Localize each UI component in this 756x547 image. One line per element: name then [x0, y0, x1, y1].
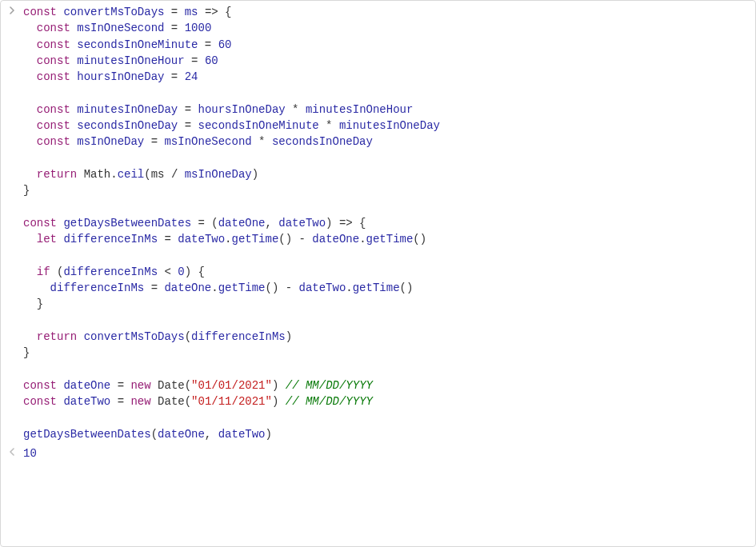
- chevron-right-icon: [1, 4, 23, 14]
- console-output-content: 10: [23, 445, 755, 461]
- code-blank-3: [23, 199, 746, 215]
- console-output-row: 10: [1, 444, 755, 463]
- code-line-16: return convertMsToDays(differenceInMs): [23, 329, 746, 345]
- code-line-13: if (differenceInMs < 0) {: [23, 264, 746, 280]
- code-line-15: }: [23, 296, 746, 312]
- console-input-content: const convertMsToDays = ms => { const ms…: [23, 4, 755, 442]
- code-blank-7: [23, 409, 746, 425]
- code-line-12: let differenceInMs = dateTwo.getTime() -…: [23, 231, 746, 247]
- code-blank-2: [23, 150, 746, 166]
- code-blank-5: [23, 313, 746, 329]
- code-line-2: const msInOneSecond = 1000: [23, 20, 746, 36]
- code-blank-1: [23, 85, 746, 101]
- code-line-1: const convertMsToDays = ms => {: [23, 4, 746, 20]
- code-line-9: return Math.ceil(ms / msInOneDay): [23, 166, 746, 182]
- code-line-3: const secondsInOneMinute = 60: [23, 37, 746, 53]
- code-blank-4: [23, 247, 746, 263]
- code-line-6: const minutesInOneDay = hoursInOneDay * …: [23, 102, 746, 118]
- code-line-8: const msInOneDay = msInOneSecond * secon…: [23, 134, 746, 150]
- console-input-row[interactable]: const convertMsToDays = ms => { const ms…: [1, 2, 755, 444]
- code-blank-6: [23, 361, 746, 377]
- console-panel: const convertMsToDays = ms => { const ms…: [1, 1, 755, 465]
- output-value: 10: [23, 445, 746, 461]
- code-line-20: getDaysBetweenDates(dateOne, dateTwo): [23, 426, 746, 442]
- code-line-4: const minutesInOneHour = 60: [23, 53, 746, 69]
- code-line-19: const dateTwo = new Date("01/11/2021") /…: [23, 393, 746, 409]
- code-line-18: const dateOne = new Date("01/01/2021") /…: [23, 377, 746, 393]
- chevron-left-icon: [1, 445, 23, 456]
- code-line-10: }: [23, 182, 746, 198]
- code-line-17: }: [23, 345, 746, 361]
- code-line-11: const getDaysBetweenDates = (dateOne, da…: [23, 215, 746, 231]
- code-line-14: differenceInMs = dateOne.getTime() - dat…: [23, 280, 746, 296]
- code-line-5: const hoursInOneDay = 24: [23, 69, 746, 85]
- code-line-7: const secondsInOneDay = secondsInOneMinu…: [23, 118, 746, 134]
